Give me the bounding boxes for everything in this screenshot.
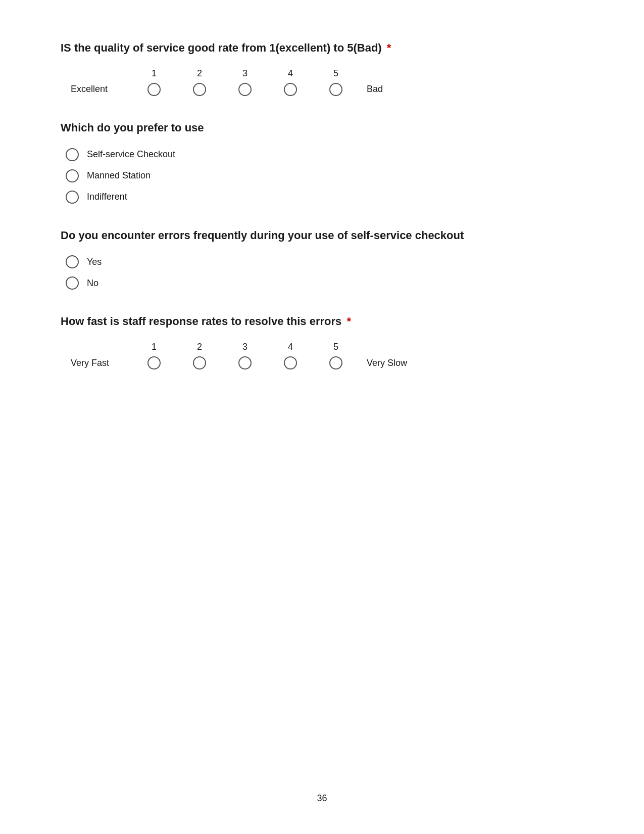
section-errors: Do you encounter errors frequently durin… (61, 228, 583, 290)
required-star-staff: * (346, 315, 351, 328)
prefer-option-label-3: Indifferent (87, 192, 127, 202)
quality-radio-4 (268, 83, 313, 96)
quality-num-5: 5 (313, 68, 359, 79)
section-staff-response: How fast is staff response rates to reso… (61, 314, 583, 369)
staff-label-left: Very Fast (71, 358, 131, 368)
quality-numbers-row: 1 2 3 4 5 (131, 68, 583, 79)
staff-options-row: Very Fast Very Slow (71, 356, 583, 369)
staff-radio-5 (313, 356, 359, 369)
staff-radio-input-2[interactable] (193, 356, 206, 369)
quality-num-4: 4 (268, 68, 313, 79)
staff-radio-4 (268, 356, 313, 369)
staff-num-1: 1 (131, 342, 177, 352)
quality-radio-input-4[interactable] (284, 83, 297, 96)
quality-num-1: 1 (131, 68, 177, 79)
staff-radio-3 (222, 356, 268, 369)
staff-radio-input-5[interactable] (329, 356, 342, 369)
errors-option-label-yes: Yes (87, 257, 102, 267)
quality-radio-input-5[interactable] (329, 83, 342, 96)
staff-num-5: 5 (313, 342, 359, 352)
quality-radio-input-2[interactable] (193, 83, 206, 96)
errors-radio-no[interactable] (66, 276, 79, 290)
quality-rating-container: 1 2 3 4 5 Excellent (71, 68, 583, 96)
quality-label-right: Bad (367, 84, 383, 95)
quality-radio-2 (177, 83, 222, 96)
quality-radio-1 (131, 83, 177, 96)
staff-num-2: 2 (177, 342, 222, 352)
staff-rating-container: 1 2 3 4 5 Very Fast (71, 342, 583, 369)
section-quality-rating: IS the quality of service good rate from… (61, 40, 583, 96)
prefer-option-label-1: Self-service Checkout (87, 149, 175, 160)
quality-num-2: 2 (177, 68, 222, 79)
list-item: Indifferent (66, 191, 583, 204)
question-errors-title: Do you encounter errors frequently durin… (61, 228, 583, 244)
prefer-radio-indifferent[interactable] (66, 191, 79, 204)
errors-options-list: Yes No (66, 255, 583, 290)
staff-radio-input-3[interactable] (238, 356, 252, 369)
quality-options-row: Excellent Bad (71, 83, 583, 96)
section-prefer-use: Which do you prefer to use Self-service … (61, 120, 583, 204)
staff-num-4: 4 (268, 342, 313, 352)
page-number: 36 (317, 793, 327, 804)
staff-num-3: 3 (222, 342, 268, 352)
prefer-radio-self-service[interactable] (66, 148, 79, 161)
list-item: Manned Station (66, 169, 583, 182)
errors-radio-yes[interactable] (66, 255, 79, 268)
quality-label-left: Excellent (71, 84, 131, 95)
required-star-quality: * (387, 41, 391, 54)
staff-radio-input-1[interactable] (147, 356, 161, 369)
quality-radio-input-1[interactable] (147, 83, 161, 96)
staff-numbers-row: 1 2 3 4 5 (131, 342, 583, 352)
prefer-options-list: Self-service Checkout Manned Station Ind… (66, 148, 583, 204)
staff-radio-input-4[interactable] (284, 356, 297, 369)
quality-radio-3 (222, 83, 268, 96)
staff-radio-1 (131, 356, 177, 369)
list-item: No (66, 276, 583, 290)
quality-num-3: 3 (222, 68, 268, 79)
quality-radio-input-3[interactable] (238, 83, 252, 96)
errors-option-label-no: No (87, 278, 98, 289)
prefer-option-label-2: Manned Station (87, 170, 151, 181)
prefer-radio-manned[interactable] (66, 169, 79, 182)
question-staff-title: How fast is staff response rates to reso… (61, 314, 583, 330)
question-prefer-title: Which do you prefer to use (61, 120, 583, 136)
staff-label-right: Very Slow (367, 358, 407, 368)
question-quality-title: IS the quality of service good rate from… (61, 40, 583, 56)
quality-radio-5 (313, 83, 359, 96)
list-item: Self-service Checkout (66, 148, 583, 161)
list-item: Yes (66, 255, 583, 268)
staff-radio-2 (177, 356, 222, 369)
page: IS the quality of service good rate from… (0, 0, 644, 834)
